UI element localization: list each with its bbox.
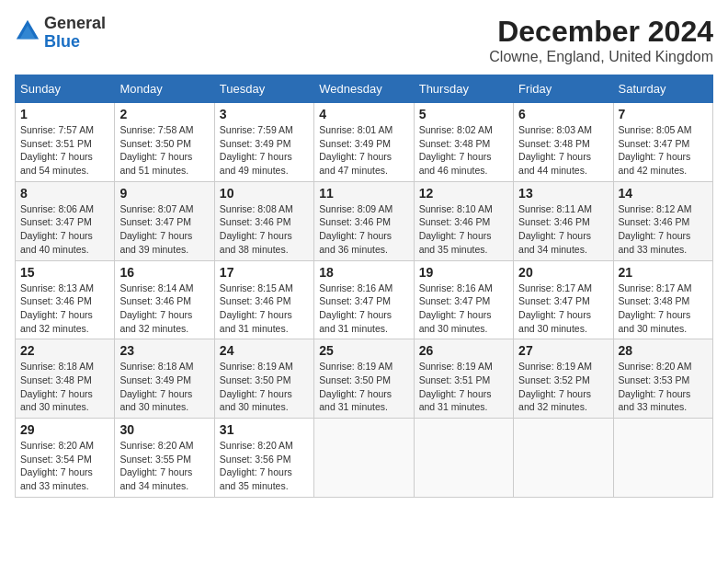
day-number: 25 bbox=[319, 343, 408, 358]
day-info: Sunrise: 8:20 AMSunset: 3:54 PMDaylight:… bbox=[20, 440, 94, 491]
day-info: Sunrise: 8:13 AMSunset: 3:46 PMDaylight:… bbox=[20, 282, 94, 334]
day-info: Sunrise: 8:12 AMSunset: 3:46 PMDaylight:… bbox=[619, 203, 692, 255]
table-row: 10 Sunrise: 8:08 AMSunset: 3:46 PMDaylig… bbox=[214, 181, 313, 260]
day-number: 20 bbox=[518, 265, 608, 280]
calendar-week-row: 15 Sunrise: 8:13 AMSunset: 3:46 PMDaylig… bbox=[16, 260, 713, 339]
day-number: 29 bbox=[20, 422, 109, 437]
day-info: Sunrise: 8:03 AMSunset: 3:48 PMDaylight:… bbox=[518, 124, 592, 176]
day-info: Sunrise: 8:10 AMSunset: 3:46 PMDaylight:… bbox=[419, 203, 493, 255]
table-row: 11 Sunrise: 8:09 AMSunset: 3:46 PMDaylig… bbox=[314, 181, 414, 260]
day-info: Sunrise: 8:17 AMSunset: 3:47 PMDaylight:… bbox=[518, 282, 592, 334]
table-row: 7 Sunrise: 8:05 AMSunset: 3:47 PMDayligh… bbox=[613, 103, 712, 182]
col-sunday: Sunday bbox=[16, 75, 115, 103]
calendar-week-row: 29 Sunrise: 8:20 AMSunset: 3:54 PMDaylig… bbox=[16, 419, 713, 498]
table-row: 14 Sunrise: 8:12 AMSunset: 3:46 PMDaylig… bbox=[613, 181, 712, 260]
table-row: 27 Sunrise: 8:19 AMSunset: 3:52 PMDaylig… bbox=[514, 339, 613, 419]
day-number: 26 bbox=[419, 343, 508, 358]
day-info: Sunrise: 7:59 AMSunset: 3:49 PMDaylight:… bbox=[220, 124, 293, 176]
day-info: Sunrise: 8:18 AMSunset: 3:48 PMDaylight:… bbox=[20, 361, 94, 412]
day-number: 28 bbox=[619, 343, 708, 358]
table-row: 9 Sunrise: 8:07 AMSunset: 3:47 PMDayligh… bbox=[115, 181, 214, 260]
calendar-week-row: 22 Sunrise: 8:18 AMSunset: 3:48 PMDaylig… bbox=[16, 339, 713, 419]
day-number: 1 bbox=[20, 107, 109, 121]
day-info: Sunrise: 8:19 AMSunset: 3:50 PMDaylight:… bbox=[220, 361, 293, 412]
day-info: Sunrise: 7:57 AMSunset: 3:51 PMDaylight:… bbox=[20, 124, 94, 176]
table-row: 30 Sunrise: 8:20 AMSunset: 3:55 PMDaylig… bbox=[115, 419, 214, 498]
col-wednesday: Wednesday bbox=[314, 75, 414, 103]
day-info: Sunrise: 8:18 AMSunset: 3:49 PMDaylight:… bbox=[119, 361, 193, 412]
day-number: 27 bbox=[518, 343, 608, 358]
table-row: 12 Sunrise: 8:10 AMSunset: 3:46 PMDaylig… bbox=[414, 181, 513, 260]
table-row bbox=[414, 419, 513, 498]
table-row: 3 Sunrise: 7:59 AMSunset: 3:49 PMDayligh… bbox=[214, 103, 313, 182]
table-row: 22 Sunrise: 8:18 AMSunset: 3:48 PMDaylig… bbox=[16, 339, 115, 419]
table-row: 23 Sunrise: 8:18 AMSunset: 3:49 PMDaylig… bbox=[115, 339, 214, 419]
day-number: 23 bbox=[119, 343, 209, 358]
col-thursday: Thursday bbox=[414, 75, 513, 103]
table-row: 16 Sunrise: 8:14 AMSunset: 3:46 PMDaylig… bbox=[115, 260, 214, 339]
calendar: Sunday Monday Tuesday Wednesday Thursday… bbox=[15, 75, 713, 498]
day-number: 6 bbox=[518, 107, 608, 121]
location-title: Clowne, England, United Kingdom bbox=[489, 49, 713, 65]
col-monday: Monday bbox=[115, 75, 214, 103]
calendar-week-row: 1 Sunrise: 7:57 AMSunset: 3:51 PMDayligh… bbox=[16, 103, 713, 182]
day-number: 8 bbox=[20, 186, 109, 201]
table-row bbox=[514, 419, 613, 498]
month-title: December 2024 bbox=[489, 15, 713, 49]
day-number: 15 bbox=[20, 265, 109, 280]
calendar-header-row: Sunday Monday Tuesday Wednesday Thursday… bbox=[16, 75, 713, 103]
day-info: Sunrise: 8:15 AMSunset: 3:46 PMDaylight:… bbox=[220, 282, 293, 334]
table-row bbox=[314, 419, 414, 498]
table-row: 5 Sunrise: 8:02 AMSunset: 3:48 PMDayligh… bbox=[414, 103, 513, 182]
logo-text: General Blue bbox=[44, 15, 106, 52]
table-row: 13 Sunrise: 8:11 AMSunset: 3:46 PMDaylig… bbox=[514, 181, 613, 260]
day-number: 7 bbox=[619, 107, 708, 121]
header: General Blue December 2024 Clowne, Engla… bbox=[15, 15, 713, 65]
day-info: Sunrise: 8:08 AMSunset: 3:46 PMDaylight:… bbox=[220, 203, 293, 255]
day-info: Sunrise: 8:19 AMSunset: 3:52 PMDaylight:… bbox=[518, 361, 592, 412]
table-row: 15 Sunrise: 8:13 AMSunset: 3:46 PMDaylig… bbox=[16, 260, 115, 339]
table-row: 6 Sunrise: 8:03 AMSunset: 3:48 PMDayligh… bbox=[514, 103, 613, 182]
day-number: 17 bbox=[220, 265, 309, 280]
logo-icon bbox=[15, 18, 40, 48]
day-info: Sunrise: 8:17 AMSunset: 3:48 PMDaylight:… bbox=[619, 282, 692, 334]
table-row: 19 Sunrise: 8:16 AMSunset: 3:47 PMDaylig… bbox=[414, 260, 513, 339]
day-number: 2 bbox=[119, 107, 209, 121]
col-saturday: Saturday bbox=[613, 75, 712, 103]
col-tuesday: Tuesday bbox=[214, 75, 313, 103]
day-info: Sunrise: 8:20 AMSunset: 3:53 PMDaylight:… bbox=[619, 361, 692, 412]
day-number: 22 bbox=[20, 343, 109, 358]
day-number: 31 bbox=[220, 422, 309, 437]
day-number: 12 bbox=[419, 186, 508, 201]
table-row bbox=[613, 419, 712, 498]
title-area: December 2024 Clowne, England, United Ki… bbox=[489, 15, 713, 65]
table-row: 31 Sunrise: 8:20 AMSunset: 3:56 PMDaylig… bbox=[214, 419, 313, 498]
day-number: 5 bbox=[419, 107, 508, 121]
table-row: 8 Sunrise: 8:06 AMSunset: 3:47 PMDayligh… bbox=[16, 181, 115, 260]
day-number: 13 bbox=[518, 186, 608, 201]
table-row: 20 Sunrise: 8:17 AMSunset: 3:47 PMDaylig… bbox=[514, 260, 613, 339]
day-number: 4 bbox=[319, 107, 408, 121]
table-row: 17 Sunrise: 8:15 AMSunset: 3:46 PMDaylig… bbox=[214, 260, 313, 339]
calendar-week-row: 8 Sunrise: 8:06 AMSunset: 3:47 PMDayligh… bbox=[16, 181, 713, 260]
day-info: Sunrise: 8:07 AMSunset: 3:47 PMDaylight:… bbox=[119, 203, 193, 255]
day-info: Sunrise: 8:19 AMSunset: 3:51 PMDaylight:… bbox=[419, 361, 493, 412]
table-row: 1 Sunrise: 7:57 AMSunset: 3:51 PMDayligh… bbox=[16, 103, 115, 182]
table-row: 28 Sunrise: 8:20 AMSunset: 3:53 PMDaylig… bbox=[613, 339, 712, 419]
day-number: 3 bbox=[220, 107, 309, 121]
day-number: 21 bbox=[619, 265, 708, 280]
day-info: Sunrise: 8:19 AMSunset: 3:50 PMDaylight:… bbox=[319, 361, 392, 412]
day-info: Sunrise: 8:01 AMSunset: 3:49 PMDaylight:… bbox=[319, 124, 392, 176]
day-number: 24 bbox=[220, 343, 309, 358]
table-row: 21 Sunrise: 8:17 AMSunset: 3:48 PMDaylig… bbox=[613, 260, 712, 339]
col-friday: Friday bbox=[514, 75, 613, 103]
logo-general: General bbox=[44, 14, 106, 32]
day-number: 11 bbox=[319, 186, 408, 201]
day-number: 10 bbox=[220, 186, 309, 201]
day-number: 16 bbox=[119, 265, 209, 280]
day-info: Sunrise: 8:20 AMSunset: 3:55 PMDaylight:… bbox=[119, 440, 193, 491]
day-info: Sunrise: 8:06 AMSunset: 3:47 PMDaylight:… bbox=[20, 203, 94, 255]
table-row: 2 Sunrise: 7:58 AMSunset: 3:50 PMDayligh… bbox=[115, 103, 214, 182]
day-info: Sunrise: 8:16 AMSunset: 3:47 PMDaylight:… bbox=[419, 282, 493, 334]
day-info: Sunrise: 8:16 AMSunset: 3:47 PMDaylight:… bbox=[319, 282, 392, 334]
